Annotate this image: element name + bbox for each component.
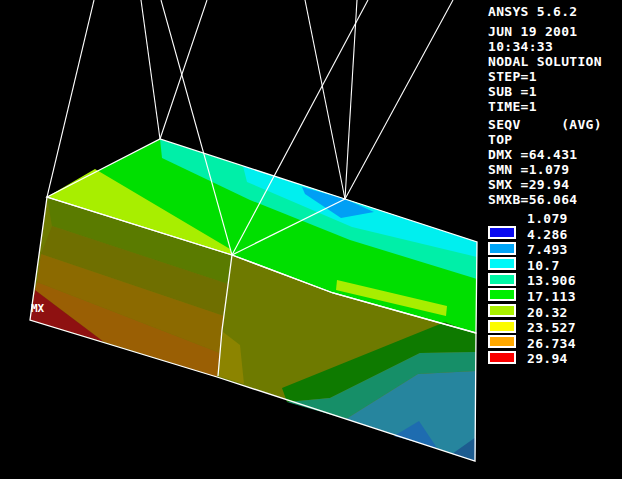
analysis-info-line: 10:34:33 xyxy=(488,39,602,54)
analysis-info-line: SUB =1 xyxy=(488,84,602,99)
analysis-info-line: SMXB=56.064 xyxy=(488,192,602,207)
analysis-info-line: NODAL SOLUTION xyxy=(488,54,602,69)
analysis-info-line: ANSYS 5.6.2 xyxy=(488,4,602,19)
cable-element-line xyxy=(47,0,94,197)
analysis-info-line: SEQV (AVG) xyxy=(488,117,602,132)
cable-element-line xyxy=(305,0,345,199)
analysis-info-line: SMX =29.94 xyxy=(488,177,602,192)
analysis-info: ANSYS 5.6.2JUN 19 200110:34:33NODAL SOLU… xyxy=(488,4,602,207)
analysis-info-line: STEP=1 xyxy=(488,69,602,84)
analysis-info-line: TIME=1 xyxy=(488,99,602,114)
analysis-info-line: JUN 19 2001 xyxy=(488,24,602,39)
cable-element-line xyxy=(141,0,160,139)
cable-element-line xyxy=(345,0,357,199)
analysis-info-line: TOP xyxy=(488,132,602,147)
ansys-graphics-window: MX ANSYS 5.6.2JUN 19 200110:34:33NODAL S… xyxy=(0,0,622,479)
cable-element-line xyxy=(345,0,453,199)
analysis-info-line: DMX =64.431 xyxy=(488,147,602,162)
max-stress-label: MX xyxy=(31,302,45,315)
analysis-info-line: SMN =1.079 xyxy=(488,162,602,177)
